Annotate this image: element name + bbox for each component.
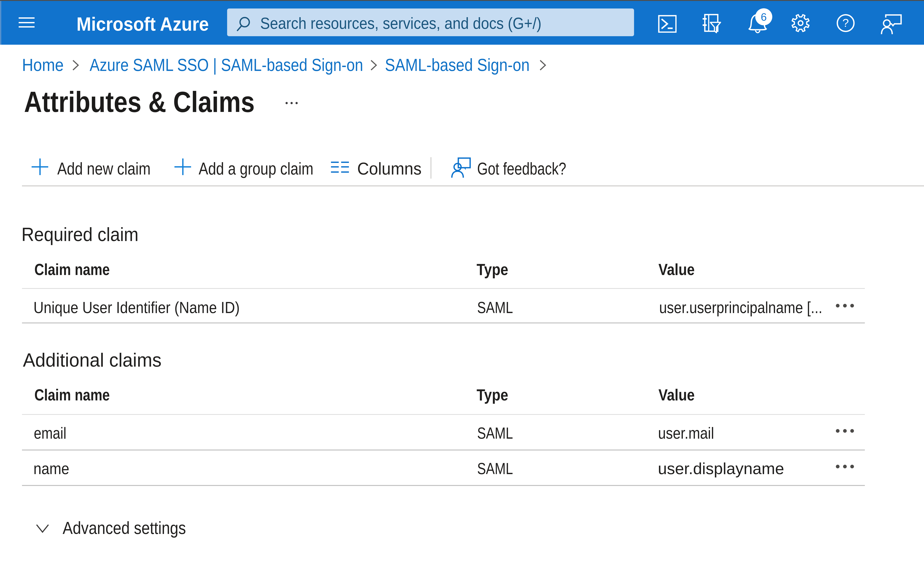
svg-text:?: ? bbox=[843, 16, 849, 29]
svg-text:6: 6 bbox=[761, 11, 767, 23]
